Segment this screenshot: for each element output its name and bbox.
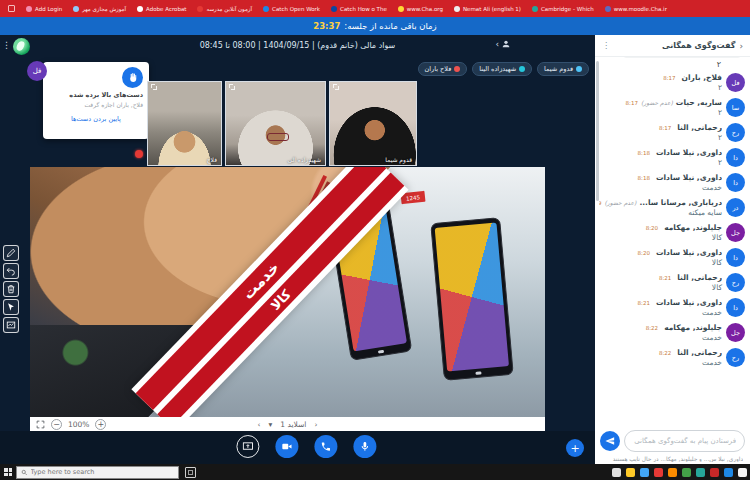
multiuser-whiteboard-button[interactable] [3, 317, 19, 333]
chat-message: رح رحمانی, النا 8:21 کالا [599, 273, 745, 292]
webcam-tile[interactable]: قدوم شیما [329, 81, 417, 166]
zoom-in-button[interactable]: + [95, 419, 106, 430]
bookmark-label: Adobe Acrobat [146, 6, 186, 12]
previous-slide-button[interactable]: › [258, 420, 261, 429]
slide-number-label[interactable]: اسلاید 1 [280, 420, 306, 429]
taskbar-app-app-orange[interactable] [668, 468, 677, 477]
next-slide-button[interactable]: ‹ [314, 420, 317, 429]
fit-to-screen-button[interactable] [36, 420, 45, 429]
actions-plus-button[interactable]: + [566, 439, 584, 457]
avatar: رح [726, 273, 745, 292]
taskbar-app-volume[interactable] [612, 468, 621, 477]
raised-hand-avatar-badge[interactable]: فل [27, 61, 47, 81]
windows-taskbar [0, 464, 750, 480]
bookmark-label: Add Login [35, 6, 62, 12]
taskbar-app-app-blue[interactable] [724, 468, 733, 477]
bookmark-item[interactable]: www.moodle.Cha.ir [605, 6, 667, 12]
taskbar-app-app-green[interactable] [682, 468, 691, 477]
participant-chip[interactable]: شهیدزاده الینا [472, 62, 532, 76]
webcam-name-label: قدوم شیما [385, 156, 412, 163]
pen-tool-button[interactable] [3, 245, 19, 261]
raised-hand-icon [122, 67, 143, 88]
expand-icon[interactable] [229, 84, 235, 90]
window-icon[interactable] [8, 5, 15, 12]
bookmark-item[interactable]: www.Cha.org [398, 6, 443, 12]
taskbar-app-app-light[interactable] [738, 468, 747, 477]
participant-chip[interactable]: قدوم شیما [537, 62, 589, 76]
chat-message: دا داوری, نیلا سادات 8:20 کالا [599, 248, 745, 267]
chat-message-input[interactable] [624, 430, 745, 452]
bookmark-label: Catch Open Work [272, 6, 320, 12]
session-time-remaining: 23:37 [313, 21, 340, 31]
bookmark-item[interactable]: آموزش مجازی مهر [73, 6, 126, 12]
taskbar-app-app-red[interactable] [654, 468, 663, 477]
bookmark-favicon [263, 6, 269, 12]
participant-chip[interactable]: فلاح باران [418, 62, 468, 76]
taskbar-app-file-explorer[interactable] [626, 468, 635, 477]
session-time-bar: زمان باقی مانده از جلسه: 23:37 [0, 17, 750, 35]
participants-toggle[interactable]: ‹ [495, 39, 511, 49]
slide-dropdown-caret[interactable]: ▾ [269, 420, 273, 429]
lower-hands-action[interactable]: پایین بردن دست‌ها [49, 115, 143, 123]
screenshare-button[interactable] [236, 435, 259, 458]
talking-indicator-dot [135, 150, 143, 158]
message-time: 8:17 [626, 100, 638, 106]
chat-message: جل جلیلوند, مهکامه 8:20 کالا [599, 223, 745, 242]
mute-button[interactable] [353, 435, 376, 458]
message-author: داوری, نیلا سادات [656, 248, 722, 257]
expand-icon[interactable] [151, 84, 157, 90]
bookmark-favicon [197, 6, 203, 12]
chat-message: رح رحمانی, النا 8:17 ۲ [599, 123, 745, 142]
status-dot-icon [454, 66, 460, 72]
bookmark-label: www.moodle.Cha.ir [614, 6, 667, 12]
avatar: دا [726, 148, 745, 167]
avatar: سا [726, 98, 745, 117]
status-dot-icon [519, 66, 525, 72]
bookmark-item[interactable]: آزمون آنلاین مدرسه [197, 6, 252, 12]
chat-message: جل جلیلوند, مهکامه 8:22 خدمت [599, 323, 745, 342]
webcam-button[interactable] [275, 435, 298, 458]
message-time: 8:22 [659, 350, 671, 356]
expand-icon[interactable] [333, 84, 339, 90]
bookmark-item[interactable]: Catch How o The [331, 6, 387, 12]
undo-button[interactable] [3, 263, 19, 279]
start-button[interactable] [0, 464, 16, 480]
taskbar-search[interactable] [16, 466, 179, 479]
bookmark-item[interactable]: Add Login [26, 6, 62, 12]
bookmark-item[interactable]: Cambridge - Which [532, 6, 594, 12]
webcam-tile[interactable]: فلاح [147, 81, 222, 166]
message-author: رحمانی, النا [677, 123, 722, 132]
bookmark-item[interactable]: Nemat Ali (english 1) [454, 6, 521, 12]
clipped-message-bubble [621, 57, 743, 58]
task-view-button[interactable] [185, 467, 196, 478]
message-author: جلیلوند, مهکامه [664, 323, 722, 332]
phone-shape [430, 217, 514, 380]
presentation-slide[interactable]: 1245 خدمت کالا [30, 167, 545, 417]
message-author: داوری, نیلا سادات [656, 298, 722, 307]
audio-join-button[interactable] [314, 435, 337, 458]
status-dot-icon [576, 66, 582, 72]
taskbar-app-app-teal[interactable] [696, 468, 705, 477]
chat-options-kebab-icon[interactable]: ⋮ [602, 41, 610, 50]
taskbar-app-app-crimson[interactable] [710, 468, 719, 477]
bookmark-favicon [73, 6, 79, 12]
pointer-tool-button[interactable] [3, 299, 19, 315]
bookmark-item[interactable]: Catch Open Work [263, 6, 320, 12]
bookmark-favicon [331, 6, 337, 12]
message-time: 8:20 [646, 225, 658, 231]
chat-message-list[interactable]: ۲ فل فلاح, باران 8:17 ۲ [599, 57, 745, 420]
taskbar-search-input[interactable] [31, 468, 174, 476]
bookmark-item[interactable]: Adobe Acrobat [137, 6, 186, 12]
chat-back-chevron-icon[interactable]: ‹ [739, 41, 743, 51]
message-author: جلیلوند, مهکامه [664, 223, 722, 232]
message-text: کالا [599, 233, 722, 242]
message-author: دریاباری, مرسانا سا... [639, 198, 722, 207]
chat-message: سا ساریه, حیات (عدم حضور) 8:17 ۲ [599, 98, 745, 117]
send-message-button[interactable] [600, 431, 620, 451]
taskbar-app-browser-blue[interactable] [640, 468, 649, 477]
taskbar-app-icons [612, 468, 747, 477]
avatar: فل [726, 73, 745, 92]
clear-annotations-button[interactable] [3, 281, 19, 297]
webcam-tile[interactable]: شهیدزاده الی [225, 81, 326, 166]
zoom-out-button[interactable]: − [51, 419, 62, 430]
